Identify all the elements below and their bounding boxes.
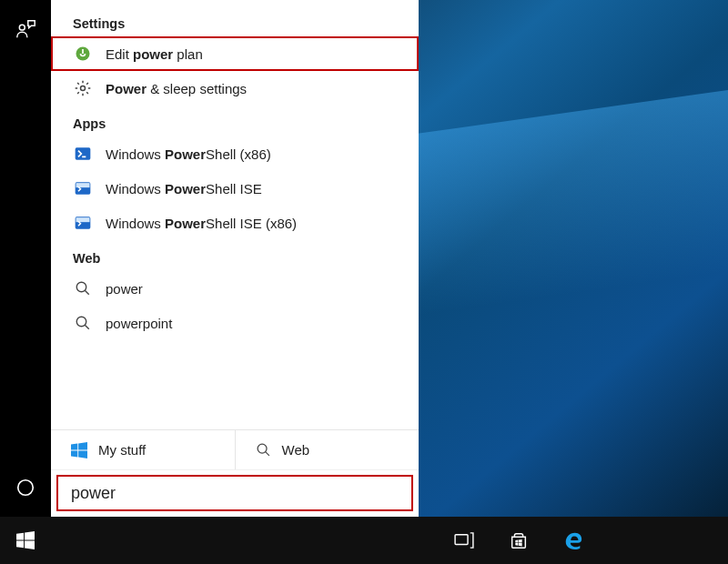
power-plan-icon: [73, 44, 93, 64]
result-label: powerpoint: [106, 316, 172, 331]
result-label: power: [106, 281, 143, 297]
search-input-container: [51, 469, 419, 517]
scope-label: My stuff: [98, 442, 146, 458]
svg-point-2: [18, 480, 34, 496]
search-results-panel: Settings Edit power plan Power & sleep s…: [51, 0, 419, 517]
taskbar: [0, 517, 728, 564]
task-view-button[interactable]: [450, 517, 478, 564]
task-view-icon: [454, 532, 474, 549]
powershell-ise-icon: [73, 178, 93, 198]
windows-logo-icon: [16, 531, 35, 549]
person-speech-icon: [14, 17, 37, 41]
powershell-icon: [73, 144, 93, 164]
result-powershell-ise[interactable]: Windows PowerShell ISE: [51, 171, 419, 206]
search-icon: [73, 278, 93, 298]
svg-point-4: [81, 86, 86, 91]
svg-point-10: [76, 282, 86, 292]
result-edit-power-plan[interactable]: Edit power plan: [51, 36, 419, 71]
svg-rect-0: [455, 535, 468, 545]
svg-point-1: [19, 25, 25, 30]
svg-rect-9: [76, 217, 90, 222]
store-button[interactable]: [505, 517, 532, 564]
cortana-circle-button[interactable]: [0, 469, 51, 506]
svg-rect-5: [76, 147, 91, 159]
result-label: Windows PowerShell (x86): [106, 146, 271, 162]
section-header-apps: Apps: [51, 106, 419, 136]
search-scope-row: My stuff Web: [51, 429, 419, 469]
result-web-powerpoint[interactable]: powerpoint: [51, 306, 419, 340]
svg-point-11: [76, 317, 86, 327]
result-label: Power & sleep settings: [106, 81, 247, 96]
result-label: Edit power plan: [106, 46, 203, 62]
powershell-ise-icon: [73, 213, 93, 233]
section-header-web: Web: [51, 240, 419, 271]
scope-label: Web: [282, 442, 310, 458]
search-icon: [73, 313, 93, 333]
edge-icon: [563, 530, 583, 550]
gear-icon: [73, 78, 93, 98]
result-powershell-x86[interactable]: Windows PowerShell (x86): [51, 136, 419, 171]
windows-logo-icon: [71, 442, 87, 458]
taskbar-pinned-apps: [450, 517, 587, 564]
scope-web[interactable]: Web: [236, 430, 420, 469]
svg-point-12: [258, 444, 267, 453]
search-icon: [256, 442, 271, 458]
result-label: Windows PowerShell ISE (x86): [106, 216, 297, 231]
cortana-notebook-button[interactable]: [0, 11, 51, 47]
result-power-sleep-settings[interactable]: Power & sleep settings: [51, 71, 419, 106]
section-header-settings: Settings: [51, 0, 419, 36]
scope-my-stuff[interactable]: My stuff: [51, 430, 236, 469]
svg-rect-7: [76, 183, 90, 187]
edge-button[interactable]: [560, 517, 587, 564]
result-label: Windows PowerShell ISE: [106, 181, 262, 196]
cortana-sidebar: [0, 0, 51, 517]
result-powershell-ise-x86[interactable]: Windows PowerShell ISE (x86): [51, 206, 419, 240]
cortana-circle-icon: [15, 478, 35, 498]
search-input[interactable]: [71, 484, 399, 503]
store-icon: [509, 530, 529, 550]
result-web-power[interactable]: power: [51, 271, 419, 306]
start-button[interactable]: [0, 517, 51, 564]
